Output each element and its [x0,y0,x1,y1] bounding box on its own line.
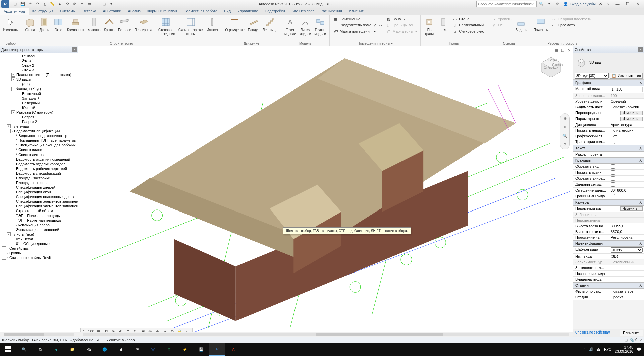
property-value[interactable] [609,170,644,175]
dropdown-icon[interactable]: ▾ [108,1,115,7]
roof-tool[interactable]: Крыша [103,16,115,33]
expander-icon[interactable]: - [11,87,15,91]
property-value[interactable]: 30959,0 [609,223,644,229]
tab-annotate[interactable]: Аннотации [100,8,125,15]
tree-item[interactable]: -3D виды [0,77,78,82]
tree-item[interactable]: ТЭП - Полезная площадь [0,213,78,218]
tab-sitedesigner[interactable]: Site Designer [288,8,317,15]
mullion-tool[interactable]: Импост [206,16,219,33]
tree-item[interactable]: -Фасады (Круг) [0,86,78,91]
tree-item[interactable]: {3D} [0,82,78,86]
property-value[interactable]: Средний [609,99,644,104]
tray-lang[interactable]: РУС [604,347,611,351]
tree-item[interactable]: -▫Листы (все) [0,232,78,237]
property-value[interactable] [609,139,644,145]
property-value[interactable]: 304800,0 [609,188,644,193]
expander-icon[interactable]: + [2,246,6,250]
start-button[interactable] [0,343,16,356]
project-tree[interactable]: ГенпланЭтаж 1Этаж 2Этаж 3+Планы потолков… [0,53,78,332]
filter-icon[interactable]: ▽ [639,338,642,342]
modify-tool[interactable]: Изменить [3,16,18,33]
property-value[interactable] [609,176,644,181]
explorer-icon[interactable]: 📁 [64,343,80,356]
dormer-tool[interactable]: ⌂Слуховое окно [451,28,485,34]
tree-item[interactable]: Площадь откосов [0,180,78,185]
tree-item[interactable]: Спецификация дверей [0,185,78,190]
close-hidden-icon[interactable]: ▭ [86,1,93,7]
showwp-tool[interactable]: Показать [533,16,549,33]
tree-item[interactable]: Разрез 2 [0,119,78,124]
close-button[interactable]: ✕ [633,1,642,7]
expander-icon[interactable] [2,256,6,260]
property-value[interactable]: Показать оригин... [609,104,644,110]
undo-icon[interactable]: ↶ [27,1,34,7]
property-grid[interactable]: Графика⋏Масштаб видаЗначение масш...100У… [573,80,644,329]
apply-button[interactable]: Применить [620,330,643,336]
tree-item[interactable]: Спецификация элементов заполнения [0,199,78,204]
search-button[interactable]: 🔍 [16,343,32,356]
redo-icon[interactable]: ↷ [34,1,41,7]
tree-item[interactable]: +▫Семейства [0,246,78,251]
tab-extensions[interactable]: Расширения [317,8,345,15]
tab-addins[interactable]: Надстройки [261,8,288,15]
tree-item[interactable]: Южный [0,105,78,110]
props-close-button[interactable]: × [638,47,643,52]
tree-item[interactable]: * Ведомость подоконников - р [0,133,78,138]
tree-item[interactable]: Восточный [0,91,78,96]
tab-manage[interactable]: Управление [234,8,261,15]
tab-view[interactable]: Вид [221,8,234,15]
view-close-icon[interactable]: ✕ [566,48,572,53]
tree-item[interactable]: Спецификация подоконных досок [0,194,78,199]
search-input[interactable] [476,1,537,7]
floor-tool[interactable]: Перекрытие [133,16,154,33]
modeltext-tool[interactable]: AТекст модели [284,16,297,36]
favorite-icon[interactable]: ☆ [554,1,561,7]
property-value[interactable]: Показать все [609,289,644,294]
property-category[interactable]: Идентификация⋏ [573,240,644,247]
tab-systems[interactable]: Системы [57,8,79,15]
3d-icon[interactable]: ⬚ [101,1,107,7]
property-value[interactable]: Проект [609,294,644,300]
measure-icon[interactable]: 📏 [49,1,56,7]
3d-viewport[interactable]: ▦ ☐ ✕ [78,46,573,337]
subscription-icon[interactable]: ✦ [546,1,553,7]
zoom-icon[interactable]: 🔍 [561,132,568,139]
tree-item[interactable]: Спецификация элементов заполнения [0,204,78,208]
orbit-icon[interactable]: ⟳ [561,141,568,148]
save-icon[interactable]: 💾 [19,1,26,7]
wallopening-tool[interactable]: ▭Стена [451,16,485,22]
expander-icon[interactable]: + [11,73,15,77]
tree-item[interactable]: ТЭП - Расчетная площадь [0,218,78,223]
expander-icon[interactable]: + [2,251,6,255]
level-tool[interactable]: ⊸Уровень [491,16,513,22]
tree-item[interactable]: 01 - Общие данные [0,241,78,246]
nav-fwd-icon[interactable]: ⟳ [71,1,78,7]
stair-tool[interactable]: Лестница [262,16,278,33]
autocad-icon[interactable]: A [225,343,241,356]
calc-icon[interactable]: 🖩 [113,343,129,356]
tree-item[interactable]: Западный [0,96,78,101]
tree-item[interactable]: Северный [0,101,78,105]
property-value[interactable]: {3D} [609,254,644,259]
tray-notif-icon[interactable]: 💬 [637,347,641,352]
tree-item[interactable]: Этаж 1 [0,58,78,63]
minimize-button[interactable]: — [613,1,622,7]
chrome-icon[interactable]: 🌐 [97,343,113,356]
property-category[interactable]: Текст⋏ [573,145,644,152]
property-value[interactable]: Архитектура [609,122,644,127]
tab-massing[interactable]: Формы и генплан [144,8,180,15]
tree-item[interactable]: Этаж 2 [0,63,78,68]
signin-icon[interactable]: 👤 [562,1,569,7]
steering-icon[interactable]: ⊕ [561,115,568,122]
property-value[interactable]: <Нет> [609,247,644,253]
property-value[interactable]: Регулировка [609,235,644,240]
nav-back-icon[interactable]: ⟲ [64,1,70,7]
expander-icon[interactable]: - [11,77,15,81]
modelgroup-tool[interactable]: Группа модели [314,16,327,36]
tray-clock[interactable]: 17:4823.09.2016 [615,345,633,353]
pan-icon[interactable]: ✥ [561,124,568,130]
tab-insert[interactable]: Вставка [79,8,100,15]
tree-item[interactable]: Этаж 3 [0,68,78,72]
tab-architecture[interactable]: Архитектура [0,8,29,15]
browser-close-button[interactable]: × [72,47,77,52]
